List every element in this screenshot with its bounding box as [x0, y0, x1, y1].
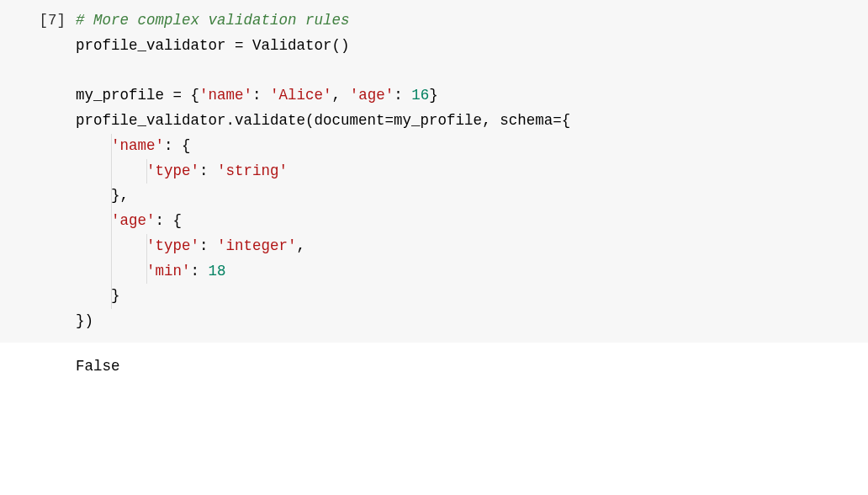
- punct-token: :: [394, 87, 411, 104]
- punct-token: :: [199, 237, 217, 254]
- code-line: profile_validator.validate(document=my_p…: [76, 109, 861, 134]
- indent-guide: [111, 234, 112, 259]
- notebook-cell: [7] # More complex validation rules prof…: [0, 0, 868, 343]
- number-token: 16: [411, 87, 429, 104]
- input-area: [7] # More complex validation rules prof…: [0, 0, 868, 343]
- code-line: }: [76, 284, 861, 309]
- string-token: 'name': [199, 87, 252, 104]
- string-token: 'type': [146, 237, 199, 254]
- operator-token: =: [385, 112, 394, 129]
- indent-guide: [111, 209, 112, 234]
- comment-token: # More complex validation rules: [76, 12, 350, 29]
- code-line: },: [76, 184, 861, 209]
- indent-guide: [146, 259, 147, 285]
- call-token: Validator: [252, 37, 332, 54]
- output-cell: False: [0, 343, 868, 386]
- punct-token: (: [305, 112, 315, 129]
- indent-guide: [111, 184, 112, 209]
- code-area: # More complex validation rules profile_…: [76, 8, 868, 334]
- indent-guide: [146, 159, 147, 184]
- punct-token: {: [562, 112, 571, 129]
- punct-token: : {: [156, 212, 183, 229]
- punct-token: ,: [482, 112, 500, 129]
- punct-token: }: [111, 287, 120, 304]
- string-token: 'min': [146, 263, 191, 279]
- code-line: profile_validator = Validator(): [76, 34, 861, 59]
- punct-token: (): [332, 37, 350, 54]
- punct-token: },: [111, 187, 129, 204]
- string-token: 'age': [111, 212, 156, 229]
- indent-guide: [111, 134, 112, 159]
- punct-token: ,: [297, 237, 306, 254]
- code-line: }): [76, 309, 861, 334]
- string-token: 'integer': [217, 237, 297, 254]
- punct-token: ,: [332, 87, 350, 104]
- code-line: 'min': 18: [76, 259, 861, 285]
- string-token: 'type': [146, 162, 199, 179]
- punct-token: : {: [164, 137, 191, 154]
- identifier-token: profile_validator: [76, 37, 226, 54]
- output-area: False: [0, 343, 868, 386]
- indent-token: [76, 187, 111, 204]
- identifier-token: document: [315, 112, 385, 129]
- code-line: my_profile = {'name': 'Alice', 'age': 16…: [76, 83, 861, 109]
- indent-guide: [146, 234, 147, 259]
- punct-token: }): [76, 312, 93, 329]
- punct-token: :: [191, 263, 209, 279]
- punct-token: .: [226, 112, 236, 129]
- code-line: 'name': {: [76, 134, 861, 159]
- punct-token: :: [199, 162, 217, 179]
- punct-token: {: [191, 87, 200, 104]
- code-line: # More complex validation rules: [76, 8, 861, 34]
- call-token: validate: [235, 112, 305, 129]
- output-prompt: [0, 354, 76, 380]
- indent-guide: [111, 259, 112, 285]
- string-token: 'Alice': [270, 87, 332, 104]
- code-line: 'type': 'string': [76, 159, 861, 184]
- string-token: 'name': [111, 137, 164, 154]
- cell-prompt: [7]: [0, 8, 76, 334]
- number-token: 18: [209, 263, 226, 279]
- operator-token: =: [226, 37, 253, 54]
- code-line: 'age': {: [76, 209, 861, 234]
- output-text: False: [76, 354, 120, 380]
- punct-token: }: [429, 87, 438, 104]
- identifier-token: profile_validator: [76, 112, 226, 129]
- identifier-token: schema: [500, 112, 553, 129]
- indent-token: [76, 212, 111, 229]
- punct-token: :: [252, 87, 270, 104]
- string-token: 'age': [350, 87, 394, 104]
- indent-guide: [111, 159, 112, 184]
- indent-guide: [111, 284, 112, 309]
- string-token: 'string': [217, 162, 288, 179]
- operator-token: =: [164, 87, 191, 104]
- indent-token: [76, 137, 111, 154]
- operator-token: =: [553, 112, 562, 129]
- identifier-token: my_profile: [76, 87, 164, 104]
- code-line-blank: [76, 59, 861, 84]
- identifier-token: my_profile: [394, 112, 482, 129]
- indent-token: [76, 287, 111, 304]
- code-line: 'type': 'integer',: [76, 234, 861, 259]
